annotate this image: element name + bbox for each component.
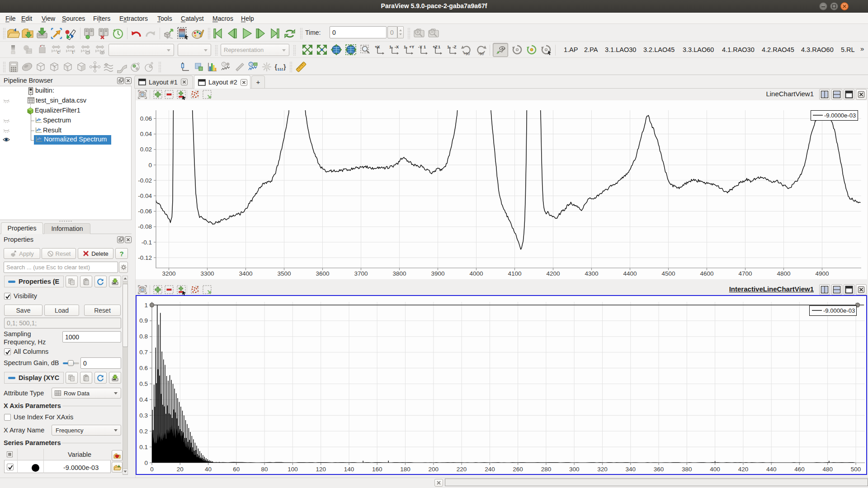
svg-text:4100: 4100 (508, 270, 521, 277)
svg-text:0.7: 0.7 (139, 349, 148, 356)
svg-text:-Y: -Y (418, 45, 422, 49)
svg-text:1: 1 (438, 45, 440, 49)
svg-text:1: 1 (389, 45, 392, 49)
svg-text:t: t (72, 50, 74, 55)
svg-text:260: 260 (513, 466, 523, 473)
svg-text:3800: 3800 (392, 270, 406, 277)
svg-text:-Z: -Z (453, 45, 457, 49)
svg-text:120: 120 (316, 466, 326, 473)
svg-text:400: 400 (710, 466, 720, 473)
svg-text:3900: 3900 (431, 270, 444, 277)
svg-text:1: 1 (404, 45, 406, 49)
svg-text:180: 180 (400, 466, 410, 473)
svg-text:340: 340 (626, 466, 636, 473)
svg-text:4500: 4500 (661, 270, 675, 277)
svg-text:3300: 3300 (200, 270, 214, 277)
svg-text:c: c (57, 50, 60, 55)
svg-text:-0.04: -0.04 (138, 192, 152, 199)
svg-text:-X: -X (395, 45, 399, 49)
svg-text:100: 100 (288, 466, 298, 473)
svg-text:-0.1: -0.1 (142, 239, 152, 246)
svg-text:3400: 3400 (239, 270, 252, 277)
svg-text:-0.12: -0.12 (138, 254, 152, 261)
svg-text:360: 360 (654, 466, 664, 473)
svg-text:380: 380 (682, 466, 692, 473)
svg-text:440: 440 (766, 466, 777, 473)
svg-text:20: 20 (177, 466, 184, 473)
svg-text:4700: 4700 (738, 270, 752, 277)
svg-text:4000: 4000 (469, 270, 483, 277)
svg-text:0.3: 0.3 (139, 412, 148, 419)
svg-text:0.06: 0.06 (140, 115, 152, 122)
svg-text:0.1: 0.1 (139, 444, 148, 450)
svg-text:220: 220 (457, 466, 467, 473)
svg-text:0.9: 0.9 (139, 317, 148, 324)
svg-text:300: 300 (569, 466, 580, 473)
svg-text:1: 1 (447, 45, 449, 49)
svg-text:140: 140 (344, 466, 354, 473)
svg-text:500: 500 (851, 466, 861, 473)
svg-text:+Z: +Z (433, 45, 438, 49)
svg-text:-9.0000e-03: -9.0000e-03 (824, 112, 856, 119)
svg-text:0.6: 0.6 (139, 365, 148, 371)
svg-text:4200: 4200 (546, 270, 560, 277)
svg-text:480: 480 (822, 466, 833, 473)
svg-text:{…}: {…} (275, 63, 286, 70)
svg-text:4400: 4400 (623, 270, 637, 277)
svg-text:0.04: 0.04 (140, 131, 152, 137)
svg-text:0: 0 (148, 162, 152, 169)
svg-text:460: 460 (794, 466, 805, 473)
svg-text:3700: 3700 (354, 270, 368, 277)
svg-text:3500: 3500 (277, 270, 291, 277)
svg-text:-90: -90 (478, 52, 484, 56)
svg-text:0.5: 0.5 (139, 380, 148, 387)
svg-text:240: 240 (485, 466, 495, 473)
svg-text:-0.02: -0.02 (138, 177, 152, 184)
svg-text:420: 420 (738, 466, 749, 473)
svg-text:0.2: 0.2 (139, 428, 148, 435)
svg-text:0: 0 (150, 466, 154, 473)
svg-text:0.8: 0.8 (139, 333, 148, 340)
svg-text:+Y: +Y (409, 45, 414, 49)
svg-text:1: 1 (424, 45, 426, 49)
svg-text:+X: +X (375, 45, 380, 49)
svg-text:320: 320 (597, 466, 608, 473)
svg-text:160: 160 (372, 466, 382, 473)
svg-text:+90: +90 (463, 52, 470, 56)
svg-text:4800: 4800 (777, 270, 790, 277)
svg-text:280: 280 (541, 466, 552, 473)
svg-text:1: 1 (144, 302, 148, 309)
svg-text:-9.0000e-03: -9.0000e-03 (823, 307, 855, 314)
svg-text:80: 80 (261, 466, 268, 473)
svg-text:60: 60 (233, 466, 240, 473)
svg-text:3200: 3200 (162, 270, 175, 277)
svg-text:4300: 4300 (585, 270, 598, 277)
svg-text:-0.06: -0.06 (138, 208, 152, 215)
svg-text:4900: 4900 (815, 270, 829, 277)
svg-text:200: 200 (429, 466, 439, 473)
svg-text:-0.08: -0.08 (138, 223, 152, 230)
svg-text:0.4: 0.4 (139, 396, 148, 403)
svg-text:4600: 4600 (700, 270, 713, 277)
svg-text:3600: 3600 (316, 270, 329, 277)
svg-text:40: 40 (205, 466, 212, 473)
svg-text:0: 0 (144, 460, 148, 466)
svg-text:0.02: 0.02 (140, 146, 152, 153)
